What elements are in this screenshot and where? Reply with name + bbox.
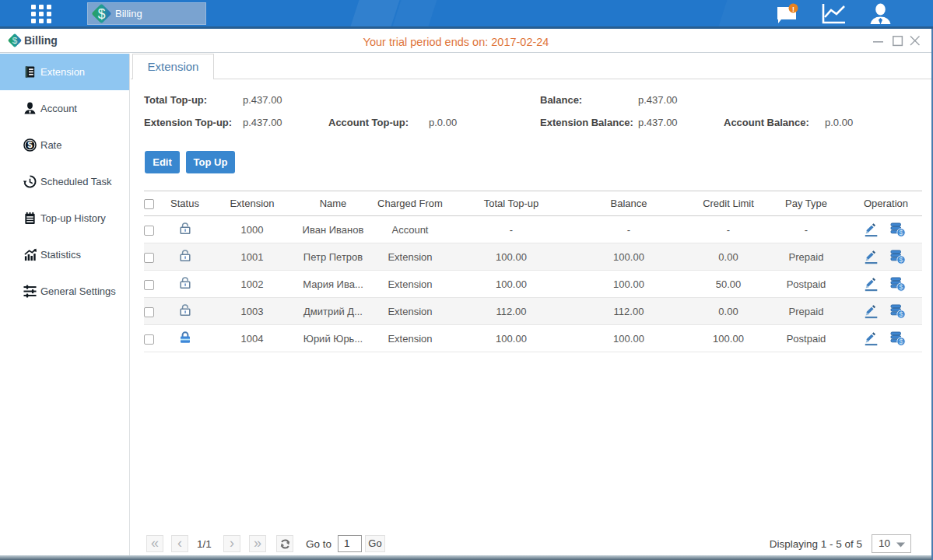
svg-text:$: $ xyxy=(899,228,903,236)
svg-text:$: $ xyxy=(12,35,18,45)
svg-text:$: $ xyxy=(899,310,903,318)
svg-text:!: ! xyxy=(792,5,794,13)
svg-text:$: $ xyxy=(899,255,903,264)
svg-text:$: $ xyxy=(899,282,903,291)
svg-text:$: $ xyxy=(899,337,903,345)
svg-text:$: $ xyxy=(98,6,106,22)
svg-text:$: $ xyxy=(27,140,32,149)
